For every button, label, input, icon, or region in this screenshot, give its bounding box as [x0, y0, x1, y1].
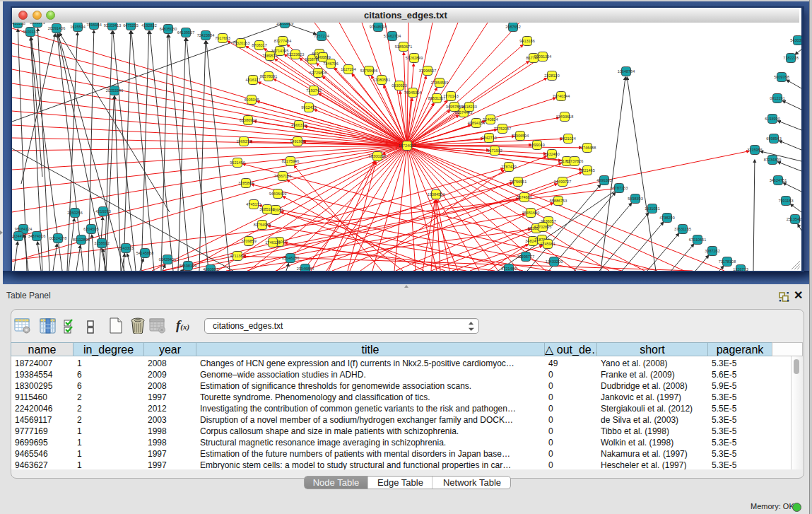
svg-text:4316117: 4316117: [245, 78, 260, 82]
svg-text:9413186: 9413186: [519, 39, 534, 43]
svg-text:98084124: 98084124: [15, 227, 32, 231]
svg-text:9821465: 9821465: [579, 168, 594, 173]
svg-text:27354549: 27354549: [431, 81, 448, 85]
svg-text:79740344: 79740344: [553, 94, 570, 98]
svg-text:64139537: 64139537: [177, 30, 194, 35]
svg-text:65787133: 65787133: [611, 186, 628, 190]
svg-text:72423884: 72423884: [197, 33, 214, 37]
svg-text:16033809: 16033809: [276, 23, 293, 25]
svg-text:7543303: 7543303: [118, 246, 133, 250]
svg-text:76945314: 76945314: [404, 90, 421, 95]
svg-text:67010651: 67010651: [689, 238, 706, 242]
svg-text:1671902: 1671902: [487, 148, 502, 153]
svg-text:25135427: 25135427: [787, 217, 801, 221]
svg-text:20091406: 20091406: [48, 26, 65, 30]
svg-text:6193990: 6193990: [765, 117, 779, 121]
svg-text:8708317: 8708317: [252, 43, 266, 47]
svg-text:87277434: 87277434: [274, 39, 291, 43]
svg-text:7770143: 7770143: [443, 94, 458, 98]
svg-text:1031051: 1031051: [645, 206, 659, 211]
svg-text:9600133: 9600133: [23, 30, 37, 34]
svg-text:1746120: 1746120: [265, 240, 280, 245]
svg-text:4896383: 4896383: [596, 178, 611, 182]
svg-text:1491905: 1491905: [290, 139, 305, 144]
svg-text:1326773: 1326773: [733, 267, 748, 271]
svg-text:55698169: 55698169: [180, 264, 196, 268]
svg-text:94406409: 94406409: [269, 192, 286, 196]
svg-text:01429401: 01429401: [159, 257, 176, 262]
svg-text:53755646: 53755646: [360, 69, 377, 73]
svg-text:04499727: 04499727: [554, 180, 571, 184]
svg-text:54145868: 54145868: [136, 251, 153, 255]
svg-text:4711382: 4711382: [230, 254, 245, 258]
svg-text:51850671: 51850671: [395, 45, 412, 49]
svg-text:2787429: 2787429: [501, 165, 516, 169]
svg-text:4192832: 4192832: [141, 23, 156, 28]
svg-text:10648784: 10648784: [618, 69, 635, 74]
svg-text:5098393: 5098393: [628, 197, 642, 201]
svg-text:9521456: 9521456: [230, 160, 245, 165]
svg-text:1745961: 1745961: [540, 242, 555, 246]
svg-text:1824493: 1824493: [12, 234, 26, 238]
svg-text:36995777: 36995777: [517, 255, 534, 259]
svg-text:4216073: 4216073: [95, 209, 110, 214]
svg-text:20053346: 20053346: [106, 88, 123, 93]
svg-text:9912419: 9912419: [301, 105, 316, 110]
svg-text:0932480: 0932480: [544, 152, 559, 156]
svg-text:65648236: 65648236: [282, 256, 299, 260]
svg-text:57262849: 57262849: [406, 56, 423, 60]
svg-text:4060883: 4060883: [203, 267, 218, 271]
svg-text:0842710: 0842710: [481, 136, 496, 140]
svg-text:0812191: 0812191: [770, 96, 784, 100]
svg-text:67737826: 67737826: [566, 159, 583, 163]
svg-text:3215955: 3215955: [747, 148, 762, 152]
svg-text:6204505: 6204505: [83, 227, 98, 231]
svg-text:2328120: 2328120: [544, 74, 559, 78]
svg-text:71746488: 71746488: [579, 146, 596, 150]
svg-text:1969379: 1969379: [236, 139, 251, 144]
svg-text:6998543: 6998543: [766, 136, 781, 141]
svg-text:17080531: 17080531: [373, 78, 390, 82]
svg-text:34714345: 34714345: [271, 49, 288, 53]
svg-text:64835030: 64835030: [160, 27, 177, 31]
svg-text:87234309: 87234309: [764, 158, 781, 162]
svg-text:74367136: 74367136: [274, 174, 291, 178]
svg-text:37631165: 37631165: [674, 227, 691, 231]
svg-text:5674680: 5674680: [517, 195, 531, 199]
svg-text:81754965: 81754965: [254, 223, 271, 227]
svg-text:3709859: 3709859: [241, 239, 256, 243]
svg-text:93103413: 93103413: [104, 23, 121, 28]
svg-text:7193745: 7193745: [306, 88, 321, 93]
svg-text:1399049: 1399049: [529, 143, 544, 147]
svg-text:34624751: 34624751: [770, 178, 787, 182]
svg-text:81223623: 81223623: [287, 52, 304, 57]
svg-text:97848018: 97848018: [370, 25, 387, 29]
svg-text:19384554: 19384554: [428, 192, 445, 197]
svg-text:7816184: 7816184: [86, 23, 101, 27]
svg-text:18724007: 18724007: [399, 144, 416, 148]
svg-text:99091334: 99091334: [534, 54, 551, 59]
svg-text:4738299: 4738299: [659, 216, 674, 220]
svg-text:80112805: 80112805: [73, 238, 90, 242]
svg-text:7917693: 7917693: [215, 36, 230, 40]
svg-text:1615594: 1615594: [70, 25, 85, 29]
svg-text:77752047: 77752047: [494, 127, 511, 131]
svg-text:82175946: 82175946: [282, 159, 299, 163]
svg-text:3685160: 3685160: [259, 207, 274, 211]
svg-text:62702895: 62702895: [534, 225, 551, 229]
svg-text:2260256: 2260256: [67, 211, 82, 215]
svg-text:5430391: 5430391: [790, 38, 801, 42]
svg-text:3158692: 3158692: [94, 241, 109, 245]
svg-text:8386379: 8386379: [30, 23, 45, 25]
svg-text:1627204: 1627204: [341, 67, 355, 71]
svg-text:4745171: 4745171: [246, 202, 261, 206]
svg-text:7991183: 7991183: [778, 199, 793, 203]
svg-text:0330923: 0330923: [392, 83, 406, 88]
svg-text:13433200: 13433200: [546, 259, 563, 264]
svg-text:5009788: 5009788: [774, 75, 789, 79]
svg-text:34874016: 34874016: [28, 234, 45, 238]
svg-text:7182278: 7182278: [783, 56, 798, 60]
svg-text:62729806: 62729806: [310, 71, 326, 75]
svg-text:86578091: 86578091: [260, 74, 277, 78]
svg-text:55886753: 55886753: [550, 199, 567, 203]
